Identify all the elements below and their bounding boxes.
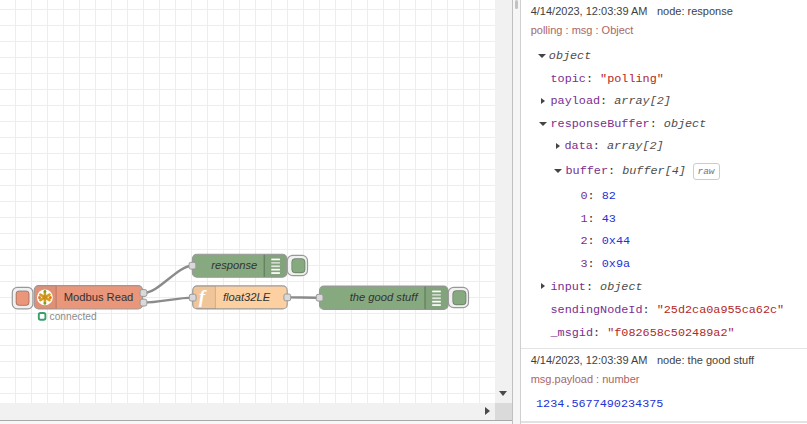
svg-text:Modbus Read: Modbus Read xyxy=(64,291,134,303)
svg-text:response: response xyxy=(211,259,257,271)
svg-text:the good stuff: the good stuff xyxy=(350,291,420,303)
svg-text:connected: connected xyxy=(50,311,97,322)
svg-text:float32LE: float32LE xyxy=(223,291,271,303)
